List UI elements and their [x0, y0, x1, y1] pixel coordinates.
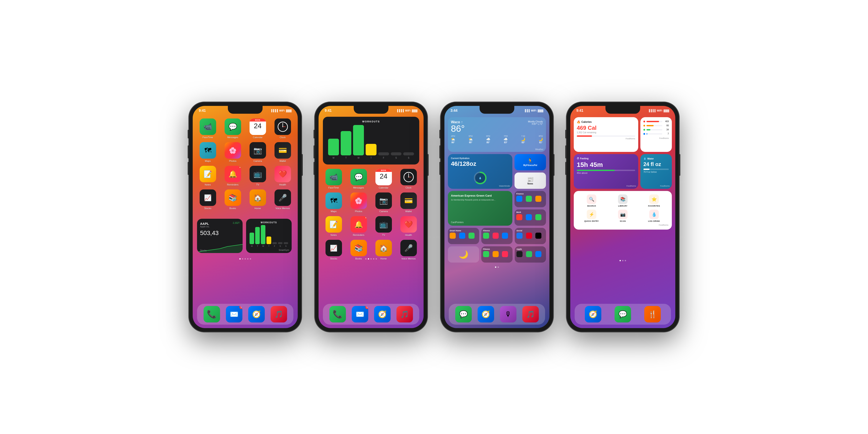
app-notes[interactable]: 📝 Notes [197, 166, 219, 186]
app2-tv[interactable]: 📺 TV [373, 216, 394, 236]
power-button[interactable] [302, 154, 303, 176]
app-wallet[interactable]: 💳 Wallet [272, 142, 293, 162]
volume-down-button[interactable] [188, 162, 189, 175]
dock3-podcast[interactable]: 🎙 [500, 306, 517, 322]
app-clock[interactable]: Clock [272, 119, 293, 139]
volume-up-button-2[interactable] [314, 145, 315, 158]
dock-mail[interactable]: ✉️ 9 [226, 306, 242, 322]
app-photos[interactable]: 🌸 Photos [222, 142, 244, 162]
dock3-music[interactable]: 🎵 [522, 306, 539, 322]
action-favorites[interactable]: ⭐ FAVORITES [640, 194, 669, 207]
app-tv[interactable]: 📺 TV [247, 166, 269, 186]
smartgym-widget[interactable]: WORKOUTS M T W T F S S [246, 219, 292, 253]
action-scan[interactable]: 📷 SCAN [609, 210, 637, 222]
fitness-widget[interactable]: Fitness [481, 228, 513, 244]
app2-clock[interactable]: Clock [398, 169, 419, 189]
dock-music[interactable]: 🎵 [271, 306, 287, 322]
wifi-icon: WiFi [279, 109, 285, 112]
dock3-safari[interactable]: 🧭 [477, 306, 494, 322]
app-health[interactable]: ❤️ Health [272, 166, 293, 186]
dock2-safari[interactable]: 🧭 [374, 306, 391, 322]
app2-calendar[interactable]: MON 24 Calendar [373, 169, 394, 189]
smarthome-widget[interactable]: Smart Home [448, 228, 479, 244]
app2-health[interactable]: ❤️ Health [398, 216, 419, 236]
dock-phone[interactable]: 📞 [204, 306, 220, 322]
app2-notes[interactable]: 📝 Notes [323, 216, 344, 236]
dock-safari[interactable]: 🧭 [248, 306, 265, 322]
action-library[interactable]: 📚 LIBRARY [609, 194, 637, 207]
app2-voicememos[interactable]: 🎤 Voice Memos [398, 240, 419, 260]
dock4-foodnoms[interactable]: 🍴 [644, 306, 661, 322]
power-button-2[interactable] [427, 154, 429, 176]
volume-up-button-4[interactable] [565, 145, 566, 158]
social-widget[interactable]: Social [515, 228, 546, 244]
volume-down-button-2[interactable] [314, 162, 315, 175]
app-label-stocks: Stocks [204, 207, 211, 210]
app2-stocks[interactable]: 📈 Stocks [323, 240, 344, 260]
app2-photos[interactable]: 🌸 Photos [348, 192, 369, 213]
amex-widget[interactable]: American Express Green Card 3x Membershi… [448, 191, 512, 226]
app-camera[interactable]: 📷 Camera [247, 142, 269, 162]
power-button-3[interactable] [553, 154, 554, 176]
volume-up-button-3[interactable] [439, 145, 441, 158]
bar-m [250, 232, 254, 244]
fasting-widget[interactable]: ⏱ Fasting 15h 45m 45m above FoodNoms [574, 154, 638, 189]
calories-widget[interactable]: 🔥 Calories 469 Cal 1,352 Cal remaining F… [574, 117, 638, 152]
app2-messages[interactable]: 💬 Messages [348, 169, 369, 189]
app-reminders[interactable]: 🔔 1 Reminders [222, 166, 244, 186]
smarthome-apps [450, 232, 477, 239]
myfitnesspal-widget[interactable]: 🏃 MyFitnessPal [515, 154, 546, 170]
dock4-safari[interactable]: 🧭 [585, 306, 601, 322]
app-maps[interactable]: 🗺 Maps [197, 142, 219, 162]
dock2-mail[interactable]: ✉️ 9 [352, 306, 368, 322]
action-search[interactable]: 🔍 SEARCH [577, 194, 606, 207]
dock4-messages[interactable]: 💬 [615, 306, 631, 322]
app2-reminders[interactable]: 🔔 1 Reminders [348, 216, 369, 236]
fasting-bar-container [577, 170, 635, 171]
p4-row2: ⏱ Fasting 15h 45m 45m above FoodNoms 💧 W… [574, 154, 672, 189]
nutrient-bar-2-bg [646, 125, 662, 126]
nutrient-dot-3 [643, 129, 645, 131]
apple-widget[interactable]: Apple [515, 246, 546, 262]
app-facetime[interactable]: 📹 FaceTime [197, 119, 219, 139]
action-logdrink[interactable]: 💧 LOG DRINK [640, 210, 669, 222]
dock2-music[interactable]: 🎵 [397, 306, 413, 322]
nutrients-list: 469 66 34 [643, 120, 669, 135]
nutrient-1: 469 [643, 120, 669, 123]
app2-maps[interactable]: 🗺 Maps [323, 192, 344, 213]
app-voicememos[interactable]: 🎤 Voice Memos [272, 189, 293, 210]
action-quickentry[interactable]: ⚡ QUICK ENTRY [577, 210, 606, 222]
moon-widget[interactable]: 🌙 [448, 246, 479, 262]
water-widget[interactable]: 💧 Water 24 fl oz 76 fl oz below FoodNoms [640, 154, 672, 189]
app2-camera[interactable]: 📷 Camera [373, 192, 394, 213]
hydration-widget[interactable]: Current Hydration 46/128oz 💧 WaterMinder [448, 154, 512, 189]
app-home[interactable]: 🏠 Home [247, 189, 269, 210]
volume-down-button-3[interactable] [439, 162, 441, 175]
big-bar-s2 [403, 152, 414, 155]
app-messages[interactable]: 💬 Messages [222, 119, 244, 139]
nutrients-widget[interactable]: 469 66 34 [640, 117, 672, 152]
stocks-widget[interactable]: AAPL Apple Inc. 2,152T 503,43 Stocks [197, 219, 243, 253]
app2-books[interactable]: 📚 Books [348, 240, 369, 260]
dock2-phone[interactable]: 📞 [330, 306, 346, 322]
app2-wallet[interactable]: 💳 Wallet [398, 192, 419, 213]
power-button-4[interactable] [679, 154, 680, 176]
app2-home[interactable]: 🏠 Home [373, 240, 394, 260]
big-workout-widget[interactable]: WORKOUTS M T W T F S S [323, 117, 419, 164]
dock3-messages[interactable]: 💬 [455, 306, 472, 322]
app2-facetime[interactable]: 📹 FaceTime [323, 169, 344, 189]
foodnoms-actions-widget[interactable]: 🔍 SEARCH 📚 LIBRARY ⭐ FAVORITES ⚡ QUICK E… [574, 191, 672, 229]
news-widget[interactable]: 📰 News [515, 173, 546, 189]
finance-widget[interactable]: Finance [515, 191, 546, 207]
app-books[interactable]: 📚 Books [222, 189, 244, 210]
work-widget[interactable]: Work [515, 209, 546, 226]
fitness2-widget[interactable]: Fitness [481, 246, 513, 262]
app-stocks[interactable]: 📈 Stocks [197, 189, 219, 210]
app-calendar[interactable]: MON 24 Calendar [247, 119, 269, 139]
volume-up-button[interactable] [188, 145, 189, 158]
volume-down-button-4[interactable] [565, 162, 566, 175]
weather-widget[interactable]: Waco ↑ 86° Mostly Cloudy H:87° L:71° 4PM… [448, 117, 546, 152]
nutrient-val-2: 66 [663, 124, 669, 127]
dot-1 [242, 258, 243, 259]
clock-svg [277, 121, 288, 132]
